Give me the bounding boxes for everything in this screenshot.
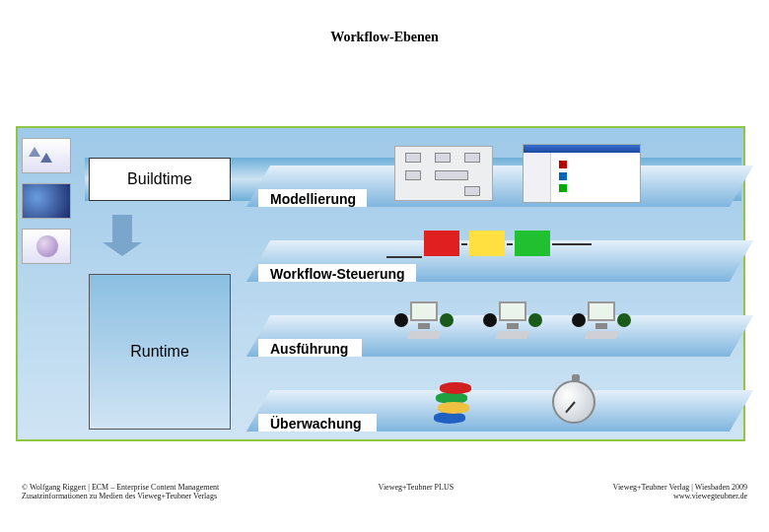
runtime-box: Runtime	[89, 274, 231, 430]
buildtime-label: Buildtime	[127, 170, 192, 188]
footer-publisher: Vieweg+Teubner Verlag | Wiesbaden 2009	[613, 483, 747, 492]
wire-icon	[507, 243, 513, 245]
page-title: Workflow-Ebenen	[0, 0, 769, 45]
footer-left: © Wolfgang Riggert | ECM – Enterprise Co…	[22, 483, 219, 500]
footer-right: Vieweg+Teubner Verlag | Wiesbaden 2009 w…	[613, 483, 747, 500]
thumbnail-column	[22, 138, 71, 274]
footer-subtitle: Zusatzinformationen zu Medien des Vieweg…	[22, 492, 219, 500]
wire-icon	[386, 256, 422, 258]
footer-copyright: © Wolfgang Riggert | ECM – Enterprise Co…	[22, 483, 219, 492]
wire-icon	[552, 243, 592, 245]
layer-control-label: Workflow-Steuerung	[258, 266, 741, 286]
layer-monitoring-label: Überwachung	[258, 416, 741, 435]
status-yellow-icon	[469, 231, 505, 256]
footer-url: www.viewegteubner.de	[613, 492, 747, 500]
status-green-icon	[515, 231, 550, 256]
footer: © Wolfgang Riggert | ECM – Enterprise Co…	[22, 483, 747, 500]
thumbnail-3	[22, 229, 71, 264]
status-red-icon	[424, 231, 459, 256]
runtime-label: Runtime	[130, 343, 189, 361]
layer-modeling-label: Modellierung	[258, 191, 741, 211]
wire-icon	[461, 243, 467, 245]
arrow-down-icon	[112, 215, 132, 242]
thumbnail-2	[22, 183, 71, 219]
thumbnail-1	[22, 138, 71, 173]
buildtime-box: Buildtime	[89, 158, 231, 201]
layer-execution-label: Ausführung	[258, 341, 741, 361]
footer-center: Vieweg+Teubner PLUS	[379, 483, 454, 500]
